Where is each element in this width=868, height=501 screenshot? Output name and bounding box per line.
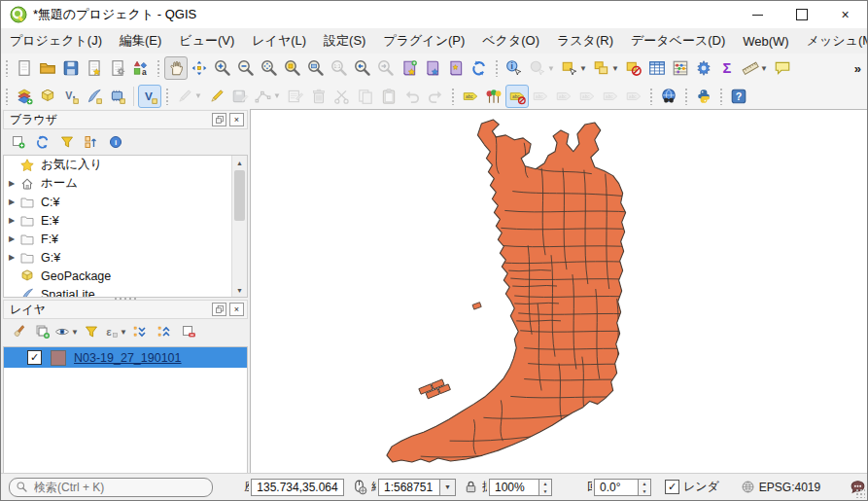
toolbar-grip[interactable] — [719, 88, 724, 105]
browser-item-G:¥[interactable]: ▶G:¥ — [4, 248, 247, 267]
highlight-pinned-labels-button[interactable]: abc — [505, 85, 529, 108]
map-canvas[interactable] — [250, 109, 868, 475]
menu-11[interactable]: メッシュ(M) — [798, 28, 868, 54]
browser-item-C:¥[interactable]: ▶C:¥ — [4, 193, 247, 211]
show-bookmark-manager-button[interactable] — [444, 56, 468, 80]
open-layer-styling-button[interactable] — [7, 321, 29, 342]
collapse-all-button[interactable] — [80, 131, 102, 153]
rotation-spinner[interactable]: ▲▼ — [639, 479, 651, 496]
lock-scale-icon[interactable] — [464, 480, 478, 494]
help-button[interactable]: ? — [727, 85, 750, 108]
browser-close-button[interactable]: × — [229, 113, 244, 126]
toolbar-grip[interactable] — [165, 88, 170, 105]
chevron-down-icon[interactable]: ▼ — [611, 64, 619, 73]
menu-3[interactable]: ビュー(V) — [170, 28, 243, 54]
chevron-down-icon[interactable]: ▼ — [579, 64, 587, 73]
scroll-down-icon[interactable]: ▼ — [232, 283, 247, 297]
add-selected-layers-button[interactable] — [7, 131, 29, 153]
zoom-last-button[interactable] — [351, 56, 374, 80]
new-temporary-scratch-layer-button[interactable] — [106, 85, 129, 108]
field-calculator-button[interactable] — [669, 56, 692, 80]
toolbar-grip[interactable] — [156, 59, 161, 77]
browser-item-ホーム[interactable]: ▶ホーム — [4, 174, 247, 193]
zoom-to-selection-button[interactable] — [281, 56, 304, 80]
menu-8[interactable]: ラスタ(R) — [548, 28, 622, 54]
render-checkbox[interactable]: ✓ — [665, 480, 679, 494]
open-project-button[interactable] — [36, 56, 59, 80]
collapse-all-layers-button[interactable] — [153, 321, 175, 342]
menu-2[interactable]: 編集(E) — [111, 28, 170, 54]
browser-item-お気に入り[interactable]: お気に入り — [4, 156, 247, 174]
pan-map-button[interactable] — [164, 56, 188, 80]
show-spatial-bookmarks-button[interactable] — [421, 56, 444, 80]
close-button[interactable]: × — [823, 1, 867, 28]
browser-item-E:¥[interactable]: ▶E:¥ — [4, 211, 247, 230]
magnifier-spinner[interactable]: ▲▼ — [539, 479, 552, 496]
new-virtual-layer-button[interactable]: V — [138, 85, 161, 108]
toolbar-grip[interactable] — [5, 59, 10, 77]
rotation-box[interactable]: 0.0° — [594, 479, 639, 496]
toolbar-grip[interactable] — [451, 88, 456, 105]
menu-10[interactable]: Web(W) — [734, 30, 797, 53]
open-attribute-table-button[interactable] — [645, 56, 669, 80]
toolbar-grip[interactable] — [5, 88, 10, 105]
expand-arrow-icon[interactable]: ▶ — [4, 197, 19, 206]
menu-5[interactable]: 設定(S) — [315, 28, 374, 54]
chevron-down-icon[interactable]: ▼ — [547, 64, 555, 73]
zoom-to-layer-button[interactable] — [304, 56, 328, 80]
browser-item-F:¥[interactable]: ▶F:¥ — [4, 230, 247, 248]
filter-browser-button[interactable] — [55, 131, 78, 153]
layer-diagram-options-button[interactable] — [482, 85, 505, 108]
new-project-button[interactable] — [13, 56, 36, 80]
crs-indicator[interactable]: EPSG:4019 — [759, 481, 820, 494]
scale-box[interactable]: 1:568751 — [378, 479, 440, 496]
layout-manager-button[interactable] — [106, 56, 129, 80]
browser-scrollbar[interactable]: ▲ ▼ — [231, 156, 247, 297]
processing-toolbox-button[interactable] — [692, 56, 715, 80]
python-console-button[interactable] — [692, 85, 715, 108]
new-shapefile-layer-button[interactable]: V — [59, 85, 83, 108]
enable-properties-button[interactable]: i — [104, 131, 126, 153]
menu-9[interactable]: データベース(D) — [622, 28, 734, 54]
filter-by-expression-button[interactable]: ε▼ — [104, 321, 126, 342]
locator-search[interactable] — [9, 478, 213, 497]
chevron-down-icon[interactable]: ▼ — [71, 328, 79, 337]
metasearch-button[interactable] — [657, 85, 680, 108]
chevron-down-icon[interactable]: ▼ — [120, 328, 127, 337]
select-by-value-button[interactable]: ▼ — [590, 56, 622, 80]
remove-layer-button[interactable] — [177, 321, 199, 342]
toolbar-grip[interactable] — [684, 88, 689, 105]
new-spatial-bookmark-button[interactable] — [398, 56, 421, 80]
extent-toggle-icon[interactable] — [351, 479, 367, 495]
identify-features-button[interactable]: i — [503, 56, 526, 80]
filter-legend-button[interactable] — [80, 321, 102, 342]
scale-dropdown[interactable]: ▼ — [440, 479, 456, 496]
magnifier-box[interactable]: 100% — [489, 479, 539, 496]
menu-4[interactable]: レイヤ(L) — [243, 28, 315, 54]
statistical-summary-button[interactable]: Σ — [715, 56, 739, 80]
resize-grip[interactable] — [855, 488, 865, 498]
layers-close-button[interactable]: × — [229, 303, 244, 316]
manage-map-themes-button[interactable]: ▼ — [55, 321, 78, 342]
maximize-button[interactable] — [780, 1, 823, 28]
crs-globe-icon[interactable] — [741, 480, 755, 494]
new-spatialite-layer-button[interactable] — [83, 85, 106, 108]
scroll-thumb[interactable] — [234, 170, 245, 221]
browser-item-SpatiaLite[interactable]: SpatiaLite — [4, 285, 247, 298]
toolbar-grip[interactable] — [649, 88, 654, 105]
refresh-map-button[interactable] — [468, 56, 491, 80]
add-group-button[interactable] — [31, 321, 53, 342]
chevron-down-icon[interactable]: ▼ — [273, 91, 281, 100]
chevron-down-icon[interactable]: ▼ — [194, 91, 202, 100]
expand-arrow-icon[interactable]: ▶ — [4, 216, 19, 225]
chevron-down-icon[interactable]: ▼ — [760, 64, 768, 73]
deselect-all-button[interactable] — [622, 56, 645, 80]
coordinate-box[interactable]: 135.734,35.064 — [251, 479, 344, 496]
zoom-full-button[interactable] — [258, 56, 281, 80]
zoom-out-button[interactable] — [234, 56, 258, 80]
minimize-button[interactable] — [736, 1, 780, 28]
open-data-source-manager-button[interactable] — [13, 85, 36, 108]
expand-arrow-icon[interactable]: ▶ — [4, 253, 19, 262]
layer-labeling-options-button[interactable]: abc — [459, 85, 482, 108]
layers-float-button[interactable] — [212, 303, 226, 316]
